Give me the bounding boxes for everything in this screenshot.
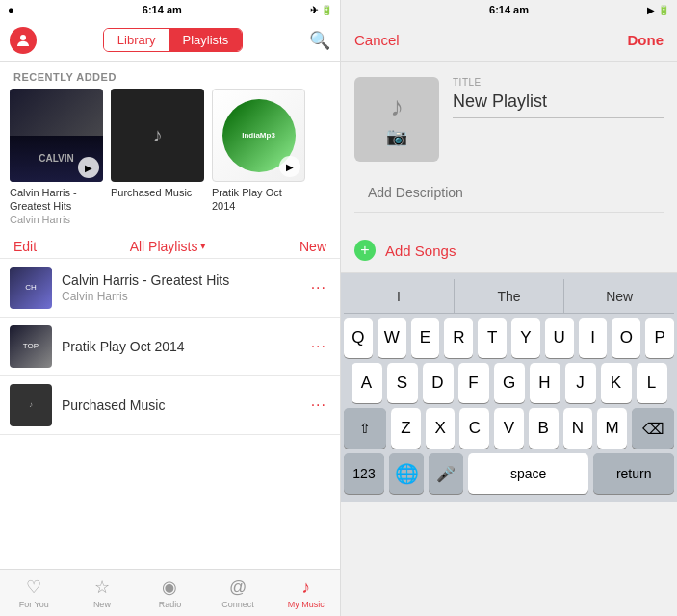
- key-v[interactable]: V: [494, 408, 524, 449]
- title-divider: [453, 117, 664, 118]
- key-w[interactable]: W: [378, 318, 406, 358]
- predict-new[interactable]: New: [564, 279, 674, 313]
- tab-my-music[interactable]: ♪ My Music: [272, 570, 340, 616]
- key-q[interactable]: Q: [344, 318, 373, 358]
- playlist-more-2[interactable]: ···: [311, 338, 326, 355]
- tab-for-you[interactable]: ♡ For You: [0, 570, 68, 616]
- tab-connect-label: Connect: [221, 600, 254, 609]
- key-g[interactable]: G: [494, 363, 525, 403]
- key-i[interactable]: I: [579, 318, 608, 358]
- new-playlist-button[interactable]: New: [299, 239, 326, 254]
- key-l[interactable]: L: [637, 363, 667, 403]
- cancel-button[interactable]: Cancel: [354, 32, 400, 48]
- music-note-icon: ♪: [390, 91, 404, 122]
- done-button[interactable]: Done: [627, 32, 664, 48]
- playlist-thumb-3: ♪: [10, 384, 52, 426]
- key-row-3: ⇧ Z X C V B N M ⌫: [344, 408, 674, 449]
- playlists-tab[interactable]: Playlists: [169, 29, 243, 51]
- status-right: ✈ 🔋: [310, 4, 332, 15]
- playlist-item[interactable]: CH Calvin Harris - Greatest Hits Calvin …: [0, 259, 340, 318]
- left-panel: ● 6:14 am ✈ 🔋 Library Playlists 🔍 RECENT…: [0, 0, 341, 616]
- playlist-info-3: Purchased Music: [62, 398, 311, 413]
- playlist-title-3: Purchased Music: [62, 398, 311, 413]
- svg-point-0: [20, 35, 26, 40]
- tab-radio[interactable]: ◉ Radio: [136, 570, 204, 616]
- signal-icon: ●: [8, 4, 14, 15]
- playlist-title-2: Pratik Play Oct 2014: [62, 339, 311, 354]
- key-o[interactable]: O: [612, 318, 640, 358]
- key-n[interactable]: N: [563, 408, 593, 449]
- camera-icon: 📷: [386, 126, 407, 147]
- playlist-info-2: Pratik Play Oct 2014: [62, 339, 311, 354]
- library-tab[interactable]: Library: [104, 29, 169, 51]
- play-btn-3[interactable]: ▶: [279, 156, 300, 177]
- chevron-down-icon: ▾: [200, 240, 206, 252]
- artwork-placeholder[interactable]: ♪ 📷: [354, 77, 439, 162]
- status-time-right: 6:14 am: [489, 4, 529, 15]
- delete-key[interactable]: ⌫: [632, 408, 674, 449]
- microphone-key[interactable]: 🎤: [429, 453, 463, 494]
- key-p[interactable]: P: [645, 318, 674, 358]
- playlist-thumb-2: TOP: [10, 325, 52, 368]
- description-field[interactable]: [354, 173, 664, 213]
- predict-the[interactable]: The: [455, 279, 565, 313]
- all-playlists-selector[interactable]: All Playlists ▾: [130, 239, 207, 254]
- return-key[interactable]: return: [593, 453, 674, 494]
- playlist-item[interactable]: ♪ Purchased Music ···: [0, 376, 340, 435]
- right-panel: 6:14 am ▶ 🔋 Cancel Done ♪ 📷 TITLE + Add: [341, 0, 677, 616]
- playlist-title-input[interactable]: [453, 91, 664, 112]
- play-btn-1[interactable]: ▶: [78, 157, 99, 178]
- playlist-more-3[interactable]: ···: [311, 397, 326, 414]
- key-d[interactable]: D: [423, 363, 454, 403]
- playlist-more-1[interactable]: ···: [311, 279, 326, 296]
- key-row-1: Q W E R T Y U I O P: [344, 318, 674, 358]
- playlist-form: ♪ 📷 TITLE: [341, 62, 677, 228]
- edit-button[interactable]: Edit: [13, 239, 37, 254]
- key-row-4: 123 🌐 🎤 space return: [344, 453, 674, 494]
- key-k[interactable]: K: [601, 363, 632, 403]
- segment-control: Library Playlists: [103, 28, 243, 52]
- form-header: ♪ 📷 TITLE: [354, 77, 664, 162]
- key-m[interactable]: M: [597, 408, 627, 449]
- album-grid: CALVIN ▶ Calvin Harris - Greatest Hits C…: [0, 89, 340, 235]
- airplane-icon: ✈: [310, 5, 318, 15]
- status-bar-left: ● 6:14 am ✈ 🔋: [0, 0, 340, 19]
- key-c[interactable]: C: [459, 408, 489, 449]
- search-button[interactable]: 🔍: [309, 30, 330, 51]
- tab-connect[interactable]: @ Connect: [204, 570, 273, 616]
- key-u[interactable]: U: [545, 318, 574, 358]
- key-r[interactable]: R: [444, 318, 473, 358]
- emoji-key[interactable]: 🌐: [389, 453, 424, 494]
- numbers-key[interactable]: 123: [344, 453, 384, 494]
- album-item[interactable]: ♪ Purchased Music: [111, 89, 204, 225]
- playlist-item[interactable]: TOP Pratik Play Oct 2014 ···: [0, 318, 340, 376]
- key-a[interactable]: A: [352, 363, 382, 403]
- key-e[interactable]: E: [411, 318, 440, 358]
- status-bar-right: 6:14 am ▶ 🔋: [341, 0, 677, 19]
- predict-i[interactable]: I: [344, 279, 455, 313]
- tab-new[interactable]: ☆ New: [68, 570, 137, 616]
- key-z[interactable]: Z: [391, 408, 421, 449]
- album-thumb-2: ♪: [111, 89, 204, 182]
- key-h[interactable]: H: [530, 363, 560, 403]
- shift-key[interactable]: ⇧: [344, 408, 386, 449]
- key-x[interactable]: X: [426, 408, 456, 449]
- key-s[interactable]: S: [387, 363, 418, 403]
- album-item[interactable]: IndiaMp3 ▶ Pratik Play Oct 2014: [212, 89, 305, 225]
- avatar[interactable]: [10, 27, 37, 54]
- album-name-3: Pratik Play Oct 2014: [212, 186, 305, 214]
- heart-icon: ♡: [26, 577, 41, 598]
- key-j[interactable]: J: [565, 363, 596, 403]
- battery-icon-right: 🔋: [658, 5, 669, 15]
- key-t[interactable]: T: [478, 318, 507, 358]
- connect-icon: @: [229, 578, 247, 598]
- add-songs-row[interactable]: + Add Songs: [341, 228, 677, 273]
- key-b[interactable]: B: [529, 408, 559, 449]
- keyboard: I The New Q W E R T Y U I O P A S D F G …: [341, 273, 677, 502]
- album-item[interactable]: CALVIN ▶ Calvin Harris - Greatest Hits C…: [10, 89, 103, 225]
- key-y[interactable]: Y: [511, 318, 540, 358]
- star-icon: ☆: [94, 577, 110, 598]
- album-name-1: Calvin Harris - Greatest Hits: [10, 186, 103, 214]
- space-key[interactable]: space: [468, 453, 588, 494]
- key-f[interactable]: F: [458, 363, 489, 403]
